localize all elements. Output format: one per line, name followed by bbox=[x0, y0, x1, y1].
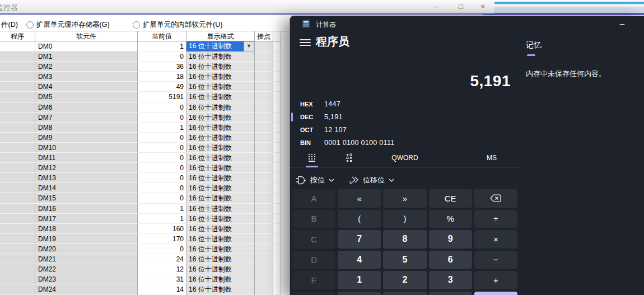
radix-row-dec[interactable]: DEC5,191 bbox=[295, 110, 510, 123]
current-value-cell[interactable]: 0 bbox=[138, 163, 186, 173]
display-format-cell[interactable]: 16 位十进制数 bbox=[186, 264, 255, 274]
key-multiply[interactable]: × bbox=[474, 230, 517, 249]
memory-tab[interactable]: 记忆 bbox=[526, 40, 542, 50]
current-value-cell[interactable]: 0 bbox=[138, 102, 186, 113]
display-format-cell[interactable]: 16 位十进制数 bbox=[186, 153, 255, 163]
current-value-cell[interactable]: 31 bbox=[138, 274, 186, 284]
menu-icon[interactable] bbox=[300, 38, 311, 47]
current-value-cell[interactable]: 170 bbox=[138, 234, 186, 244]
current-value-cell[interactable]: 24 bbox=[138, 254, 186, 264]
display-format-cell[interactable]: 16 位十进制数 bbox=[186, 254, 255, 264]
device-cell[interactable]: DM16 bbox=[35, 204, 138, 214]
key-9[interactable]: 9 bbox=[429, 230, 472, 249]
device-cell[interactable]: DM14 bbox=[35, 183, 138, 193]
key-divide[interactable]: ÷ bbox=[474, 210, 517, 228]
device-cell[interactable]: DM24 bbox=[35, 284, 138, 294]
device-cell[interactable]: DM17 bbox=[35, 214, 138, 224]
word-size-button[interactable]: QWORD bbox=[380, 150, 430, 166]
current-value-cell[interactable]: 0 bbox=[138, 193, 186, 203]
key-percent[interactable]: % bbox=[429, 210, 472, 228]
device-cell[interactable]: DM4 bbox=[35, 82, 138, 92]
key-6[interactable]: 6 bbox=[429, 251, 472, 269]
device-cell[interactable]: DM18 bbox=[35, 224, 138, 234]
display-format-cell[interactable]: 16 位十进制数▼ bbox=[186, 41, 255, 51]
key-add[interactable]: + bbox=[474, 271, 517, 289]
key-8[interactable]: 8 bbox=[383, 230, 426, 249]
device-cell[interactable]: DM1 bbox=[35, 51, 138, 62]
key-0[interactable]: 0 bbox=[383, 292, 426, 295]
key-right-shift[interactable]: » bbox=[383, 189, 426, 208]
device-cell[interactable]: DM13 bbox=[35, 173, 138, 183]
current-value-cell[interactable]: 1 bbox=[138, 214, 186, 224]
device-cell[interactable]: DM11 bbox=[35, 153, 138, 163]
current-value-cell[interactable]: 1 bbox=[138, 41, 186, 51]
device-cell[interactable]: DM0 bbox=[35, 41, 138, 51]
key-left-shift[interactable]: « bbox=[338, 189, 381, 208]
key-subtract[interactable]: − bbox=[474, 251, 517, 269]
display-format-cell[interactable]: 16 位十进制数 bbox=[186, 204, 255, 214]
radix-row-oct[interactable]: OCT12 107 bbox=[295, 123, 510, 136]
device-cell[interactable]: DM5 bbox=[35, 92, 138, 102]
display-format-cell[interactable]: 16 位十进制数 bbox=[186, 92, 255, 102]
device-cell[interactable]: DM6 bbox=[35, 102, 138, 113]
key-clear-entry[interactable]: CE bbox=[429, 189, 472, 208]
device-cell[interactable]: DM9 bbox=[35, 133, 138, 143]
key-4[interactable]: 4 bbox=[338, 251, 381, 269]
display-format-cell[interactable]: 16 位十进制数 bbox=[186, 62, 255, 72]
current-value-cell[interactable]: 160 bbox=[138, 224, 186, 234]
current-value-cell[interactable]: 0 bbox=[138, 153, 186, 163]
bitwise-menu-button[interactable]: 按位 bbox=[296, 175, 334, 185]
key-open-paren[interactable]: ( bbox=[338, 210, 381, 228]
radio-button-icon[interactable] bbox=[133, 21, 140, 29]
bit-shift-menu-button[interactable]: 位移位 bbox=[349, 175, 394, 185]
bit-toggle-keypad-button[interactable] bbox=[342, 150, 356, 166]
current-value-cell[interactable]: 0 bbox=[138, 143, 186, 153]
current-value-cell[interactable]: 0 bbox=[138, 113, 186, 123]
key-equals[interactable]: = bbox=[474, 292, 517, 295]
key-5[interactable]: 5 bbox=[383, 251, 426, 269]
device-cell[interactable]: DM15 bbox=[35, 193, 138, 203]
close-button[interactable]: × bbox=[474, 0, 492, 13]
device-cell[interactable]: DM22 bbox=[35, 264, 138, 274]
display-format-cell[interactable]: 16 位十进制数 bbox=[186, 193, 255, 203]
device-cell[interactable]: DM20 bbox=[35, 244, 138, 254]
device-cell[interactable]: DM12 bbox=[35, 163, 138, 173]
current-value-cell[interactable]: 0 bbox=[138, 51, 186, 62]
display-format-cell[interactable]: 16 位十进制数 bbox=[186, 284, 255, 294]
minimize-button[interactable]: – bbox=[427, 0, 445, 13]
radix-row-hex[interactable]: HEX1447 bbox=[295, 97, 510, 110]
device-cell[interactable]: DM8 bbox=[35, 123, 138, 133]
device-cell[interactable]: DM2 bbox=[35, 62, 138, 72]
current-value-cell[interactable]: 0 bbox=[138, 133, 186, 143]
display-format-cell[interactable]: 16 位十进制数 bbox=[186, 224, 255, 234]
current-value-cell[interactable]: 1 bbox=[138, 204, 186, 214]
key-7[interactable]: 7 bbox=[338, 230, 381, 249]
memory-store-button[interactable]: MS bbox=[475, 150, 508, 166]
display-format-cell[interactable]: 16 位十进制数 bbox=[186, 183, 255, 193]
radio-button-icon[interactable] bbox=[26, 21, 34, 29]
current-value-cell[interactable]: 12 bbox=[138, 264, 186, 274]
device-cell[interactable]: DM23 bbox=[35, 274, 138, 284]
current-value-cell[interactable]: 18 bbox=[138, 72, 186, 82]
display-format-cell[interactable]: 16 位十进制数 bbox=[186, 113, 255, 123]
display-format-cell[interactable]: 16 位十进制数 bbox=[186, 72, 255, 82]
current-value-cell[interactable]: 36 bbox=[138, 62, 186, 72]
radix-row-bin[interactable]: BIN0001 0100 0100 0111 bbox=[295, 136, 510, 149]
current-value-cell[interactable]: 5191 bbox=[138, 92, 186, 102]
device-cell[interactable]: DM3 bbox=[35, 72, 138, 82]
key-close-paren[interactable]: ) bbox=[383, 210, 426, 228]
key-negate[interactable]: ± bbox=[338, 292, 381, 295]
key-1[interactable]: 1 bbox=[338, 271, 381, 289]
display-format-cell[interactable]: 16 位十进制数 bbox=[186, 234, 255, 244]
radio-option[interactable]: 扩展单元的内部软元件(U) bbox=[133, 20, 222, 30]
device-cell[interactable]: DM7 bbox=[35, 113, 138, 123]
key-3[interactable]: 3 bbox=[429, 271, 472, 289]
display-format-cell[interactable]: 16 位十进制数 bbox=[186, 143, 255, 153]
display-format-cell[interactable]: 16 位十进制数 bbox=[186, 274, 255, 284]
maximize-button[interactable]: □ bbox=[452, 0, 470, 13]
display-format-cell[interactable]: 16 位十进制数 bbox=[186, 244, 255, 254]
current-value-cell[interactable]: 0 bbox=[138, 183, 186, 193]
device-cell[interactable]: DM21 bbox=[35, 254, 138, 264]
display-format-cell[interactable]: 16 位十进制数 bbox=[186, 214, 255, 224]
display-format-cell[interactable]: 16 位十进制数 bbox=[186, 82, 255, 92]
